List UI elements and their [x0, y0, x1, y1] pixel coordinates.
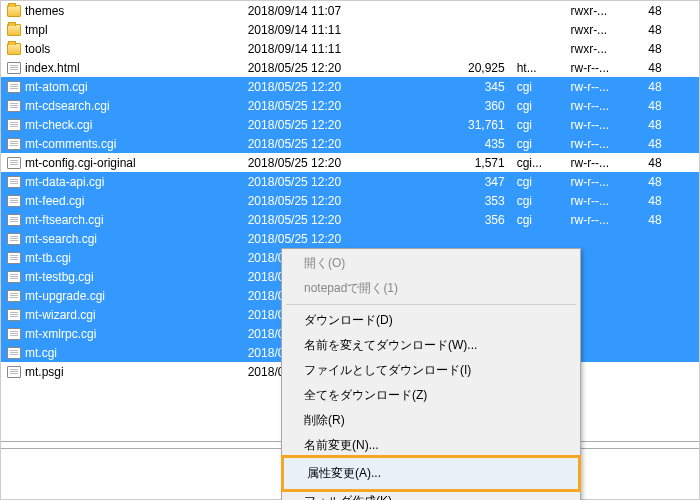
menu-download-all[interactable]: 全てをダウンロード(Z) [284, 383, 578, 408]
menu-file-download[interactable]: ファイルとしてダウンロード(I) [284, 358, 578, 383]
file-size: 356 [433, 210, 511, 229]
folder-icon [7, 5, 21, 17]
file-owner: 48 [642, 134, 699, 153]
table-row[interactable]: index.html2018/05/25 12:2020,925ht...rw-… [1, 58, 699, 77]
file-perm: rw-r--... [564, 77, 642, 96]
file-date: 2018/05/25 12:20 [242, 77, 433, 96]
file-name: mt.cgi [25, 346, 57, 360]
file-perm: rw-r--... [564, 191, 642, 210]
menu-delete[interactable]: 削除(R) [284, 408, 578, 433]
table-row[interactable]: mt-ftsearch.cgi2018/05/25 12:20356cgirw-… [1, 210, 699, 229]
file-perm: rw-r--... [564, 210, 642, 229]
file-date: 2018/05/25 12:20 [242, 153, 433, 172]
menu-separator [286, 304, 576, 305]
file-owner: 48 [642, 191, 699, 210]
file-name: mt-atom.cgi [25, 80, 88, 94]
file-date: 2018/09/14 11:11 [242, 39, 433, 58]
file-name: mt-search.cgi [25, 232, 97, 246]
file-size [433, 39, 511, 58]
file-size: 20,925 [433, 58, 511, 77]
file-icon [7, 328, 21, 340]
table-row[interactable]: mt-config.cgi-original2018/05/25 12:201,… [1, 153, 699, 172]
file-owner: 48 [642, 1, 699, 20]
file-perm: rw-r--... [564, 58, 642, 77]
file-perm: rw-r--... [564, 172, 642, 191]
file-name: mt-config.cgi-original [25, 156, 136, 170]
file-owner [642, 229, 699, 248]
file-name: mt-wizard.cgi [25, 308, 96, 322]
file-size [433, 229, 511, 248]
table-row[interactable]: tmpl2018/09/14 11:11rwxr-...48 [1, 20, 699, 39]
table-row[interactable]: mt-check.cgi2018/05/25 12:2031,761cgirw-… [1, 115, 699, 134]
menu-open[interactable]: 開く(O) [284, 251, 578, 276]
file-icon [7, 119, 21, 131]
table-row[interactable]: mt-data-api.cgi2018/05/25 12:20347cgirw-… [1, 172, 699, 191]
file-owner: 48 [642, 210, 699, 229]
table-row[interactable]: mt-comments.cgi2018/05/25 12:20435cgirw-… [1, 134, 699, 153]
table-row[interactable]: mt-search.cgi2018/05/25 12:20 [1, 229, 699, 248]
file-date: 2018/09/14 11:07 [242, 1, 433, 20]
file-size [433, 1, 511, 20]
table-row[interactable]: tools2018/09/14 11:11rwxr-...48 [1, 39, 699, 58]
file-ext: cgi [511, 134, 565, 153]
file-size: 360 [433, 96, 511, 115]
file-perm: rw-r--... [564, 115, 642, 134]
file-ext: ht... [511, 58, 565, 77]
file-icon [7, 157, 21, 169]
file-size: 435 [433, 134, 511, 153]
table-row[interactable]: mt-atom.cgi2018/05/25 12:20345cgirw-r--.… [1, 77, 699, 96]
file-name: mt-cdsearch.cgi [25, 99, 110, 113]
file-size: 347 [433, 172, 511, 191]
table-row[interactable]: mt-cdsearch.cgi2018/05/25 12:20360cgirw-… [1, 96, 699, 115]
file-name: tmpl [25, 23, 48, 37]
file-icon [7, 176, 21, 188]
file-name: mt.psgi [25, 365, 64, 379]
file-icon [7, 252, 21, 264]
file-name: mt-comments.cgi [25, 137, 116, 151]
menu-download[interactable]: ダウンロード(D) [284, 308, 578, 333]
file-date: 2018/05/25 12:20 [242, 134, 433, 153]
file-name: mt-xmlrpc.cgi [25, 327, 96, 341]
file-ext: cgi [511, 96, 565, 115]
file-date: 2018/05/25 12:20 [242, 115, 433, 134]
file-owner [642, 267, 699, 286]
table-row[interactable]: mt-feed.cgi2018/05/25 12:20353cgirw-r--.… [1, 191, 699, 210]
file-owner: 48 [642, 77, 699, 96]
file-icon [7, 214, 21, 226]
file-icon [7, 366, 21, 378]
file-name: themes [25, 4, 64, 18]
menu-notepad-open[interactable]: notepadで開く(1) [284, 276, 578, 301]
file-owner [642, 305, 699, 324]
file-icon [7, 347, 21, 359]
menu-attr-change[interactable]: 属性変更(A)... [281, 455, 581, 492]
file-ext [511, 229, 565, 248]
file-date: 2018/05/25 12:20 [242, 191, 433, 210]
file-owner [642, 343, 699, 362]
file-name: mt-feed.cgi [25, 194, 84, 208]
file-name: mt-ftsearch.cgi [25, 213, 104, 227]
file-ext [511, 1, 565, 20]
file-size: 1,571 [433, 153, 511, 172]
table-row[interactable]: themes2018/09/14 11:07rwxr-...48 [1, 1, 699, 20]
file-icon [7, 138, 21, 150]
menu-rename-download[interactable]: 名前を変えてダウンロード(W)... [284, 333, 578, 358]
file-ext: cgi [511, 191, 565, 210]
file-owner: 48 [642, 20, 699, 39]
file-date: 2018/05/25 12:20 [242, 96, 433, 115]
file-date: 2018/09/14 11:11 [242, 20, 433, 39]
file-ext [511, 20, 565, 39]
file-icon [7, 62, 21, 74]
file-owner: 48 [642, 58, 699, 77]
file-perm: rwxr-... [564, 1, 642, 20]
file-ext: cgi [511, 172, 565, 191]
file-ext: cgi [511, 115, 565, 134]
folder-icon [7, 24, 21, 36]
file-date: 2018/05/25 12:20 [242, 172, 433, 191]
file-owner: 48 [642, 153, 699, 172]
file-icon [7, 195, 21, 207]
file-owner: 48 [642, 115, 699, 134]
file-perm [564, 229, 642, 248]
file-date: 2018/05/25 12:20 [242, 229, 433, 248]
file-perm: rw-r--... [564, 153, 642, 172]
file-name: tools [25, 42, 50, 56]
